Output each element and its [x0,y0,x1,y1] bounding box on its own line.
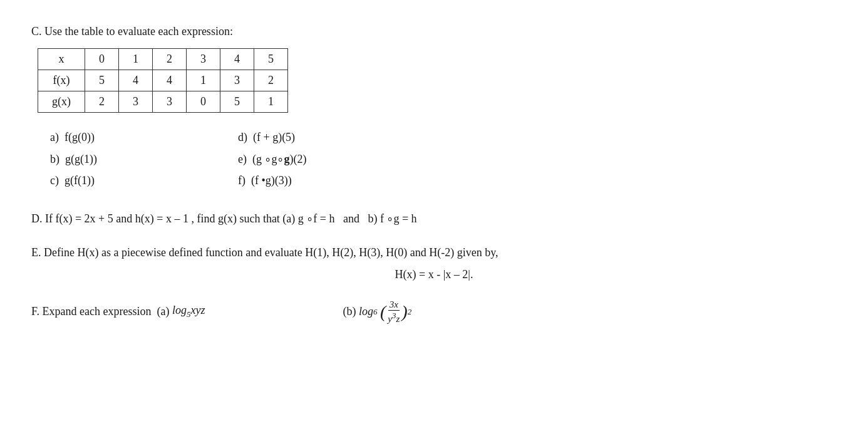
section-e-formula: H(x) = x - |x – 2|. [31,265,837,284]
table-header-3: 3 [187,49,220,70]
table-header-1: 1 [119,49,153,70]
table-fx-2: 4 [153,70,187,91]
expr-a: a) f(g(0)) [50,128,238,147]
table-header-x: x [38,49,85,70]
expr-e-bold-g: g [284,153,289,165]
section-d: D. If f(x) = 2x + 5 and h(x) = x – 1 , f… [31,209,837,229]
section-f-label: F. Expand each expression (a) [31,305,172,318]
table-header-2: 2 [153,49,187,70]
table-fx-0: 5 [85,70,119,91]
fraction-numerator: 3x [388,299,400,311]
section-f: F. Expand each expression (a) log5xyz (b… [31,299,837,324]
expr-e: e) (g ∘g∘g)(2) [238,150,837,169]
table-fx-label: f(x) [38,70,85,91]
section-f-content: F. Expand each expression (a) log5xyz (b… [31,299,837,324]
table-gx-1: 3 [119,91,153,113]
table-gx-4: 5 [220,91,254,113]
values-table: x 0 1 2 3 4 5 f(x) 5 4 4 1 3 2 g(x) 2 3 … [38,48,288,113]
section-f-part-b-label: (b) [343,305,359,318]
table-fx-4: 3 [220,70,254,91]
section-f-part-b-expr: log6 (3xy3z)2 [359,299,411,324]
fraction-denominator: y3z [386,311,401,324]
table-header-4: 4 [220,49,254,70]
close-paren: ) [401,303,407,321]
section-c-title: C. Use the table to evaluate each expres… [31,25,837,38]
expr-f: f) (f •g)(3)) [238,171,837,190]
table-gx-5: 1 [254,91,288,113]
table-gx-label: g(x) [38,91,85,113]
table-header-5: 5 [254,49,288,70]
expr-d: d) (f + g)(5) [238,128,837,147]
table-fx-1: 4 [119,70,153,91]
table-fx-3: 1 [187,70,220,91]
expr-b: b) g(g(1)) [50,150,238,169]
table-gx-0: 2 [85,91,119,113]
expressions-grid: a) f(g(0)) d) (f + g)(5) b) g(g(1)) e) (… [50,128,837,190]
power-2: 2 [408,307,412,317]
section-f-part-a: log5xyz [172,304,205,319]
table-gx-3: 0 [187,91,220,113]
section-e-text: E. Define H(x) as a piecewise defined fu… [31,243,837,262]
fraction: 3xy3z [386,299,401,324]
table-fx-5: 2 [254,70,288,91]
open-paren: ( [380,303,386,321]
expr-c: c) g(f(1)) [50,171,238,190]
section-d-text: D. If f(x) = 2x + 5 and h(x) = x – 1 , f… [31,212,417,225]
table-gx-2: 3 [153,91,187,113]
table-header-0: 0 [85,49,119,70]
section-c: C. Use the table to evaluate each expres… [31,25,837,190]
section-e: E. Define H(x) as a piecewise defined fu… [31,243,837,284]
